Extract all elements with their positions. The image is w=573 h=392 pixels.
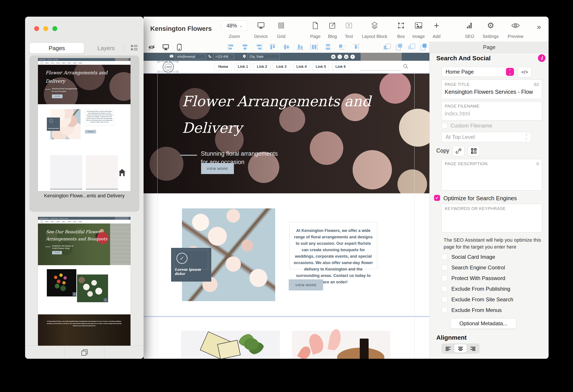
- align-right-icon[interactable]: [255, 44, 263, 50]
- keywords-field[interactable]: KEYWORDS OR KEYPHRASE: [441, 204, 542, 233]
- page-selector-dropdown[interactable]: Home Page ⌃⌃: [441, 67, 515, 77]
- whatsapp-icon[interactable]: w: [331, 54, 336, 59]
- site-search-input[interactable]: [361, 70, 401, 71]
- hero-view-more-button[interactable]: VIEW MORE: [201, 163, 234, 174]
- page-title-field[interactable]: PAGE TITLE 62 Kensington Flowers Service…: [441, 80, 542, 99]
- close-button[interactable]: [34, 26, 39, 31]
- mobile-icon[interactable]: [175, 43, 183, 51]
- gift-box-image[interactable]: [181, 331, 280, 359]
- site-location-field[interactable]: City, State: [248, 54, 280, 59]
- social-card-checkbox[interactable]: [441, 254, 448, 260]
- align-center-h-icon[interactable]: [241, 44, 249, 50]
- optimize-checkbox[interactable]: ✓: [434, 195, 440, 201]
- selection-handle[interactable]: [167, 61, 169, 63]
- copy-link-button[interactable]: [452, 146, 465, 156]
- align-top-icon[interactable]: [269, 44, 276, 50]
- lorem-card[interactable]: ✓ Lorem ipsum dolor: [171, 248, 211, 282]
- align-left-button[interactable]: [442, 344, 454, 353]
- nav-link-6[interactable]: Link 6: [332, 63, 349, 70]
- layout-block-icon[interactable]: [370, 21, 379, 30]
- preview-eye-icon[interactable]: [511, 21, 520, 30]
- nav-link-1[interactable]: Link 1: [234, 63, 251, 70]
- about-section[interactable]: ✓ Lorem ipsum dolor At Kensington Flower…: [143, 193, 430, 316]
- hero-title-line1[interactable]: Flower Arrangements and: [182, 93, 371, 110]
- tab-pages[interactable]: Pages: [30, 43, 84, 53]
- search-engine-control-checkbox[interactable]: [441, 265, 448, 271]
- bring-to-front-icon[interactable]: [420, 44, 427, 50]
- selected-page-group[interactable]: info@exampl+123 456City, State Home Link…: [29, 55, 139, 212]
- device-icon[interactable]: [256, 21, 266, 30]
- hero-section[interactable]: Flower Arrangements and Delivery Stunnin…: [143, 73, 430, 194]
- send-to-back-icon[interactable]: [408, 44, 415, 50]
- site-navbar[interactable]: LOGO Home Link 1 Link 2 Link 3 Link 4 Li…: [143, 61, 430, 74]
- page-icon[interactable]: [310, 21, 320, 30]
- nav-link-5[interactable]: Link 5: [313, 63, 329, 70]
- blog-icon[interactable]: [328, 21, 337, 30]
- remove-page-button[interactable]: [33, 346, 55, 359]
- page-caption[interactable]: Kensington Flowe...ents and Delivery: [29, 193, 139, 199]
- stepper-chevrons-icon[interactable]: ⌃⌃: [506, 68, 514, 76]
- site-phone-field[interactable]: +123 456: [213, 54, 234, 59]
- box-icon[interactable]: [396, 21, 406, 30]
- exclude-site-search-checkbox[interactable]: [441, 296, 448, 302]
- qr-code-button[interactable]: [468, 146, 480, 156]
- editor-canvas[interactable]: info@exampl +123 456 City, State w ♪ ◻ f…: [143, 41, 430, 359]
- zoom-button[interactable]: [52, 26, 57, 31]
- search-icon[interactable]: [403, 63, 409, 69]
- settings-gear-icon[interactable]: ⚙: [486, 21, 496, 30]
- duplicate-page-button[interactable]: [73, 346, 95, 359]
- list-view-icon[interactable]: [131, 45, 138, 51]
- align-center-button[interactable]: [454, 344, 467, 353]
- card-caption[interactable]: Lorem ipsum dolor: [175, 267, 211, 276]
- toolbar-overflow-chevrons[interactable]: »: [537, 22, 541, 31]
- page-thumbnail-2[interactable]: info@example.com +123 456 7890 City, Sta…: [38, 217, 130, 346]
- desktop-icon[interactable]: [162, 43, 170, 51]
- send-backward-icon[interactable]: [383, 44, 390, 50]
- nav-home[interactable]: Home: [214, 63, 232, 70]
- bring-forward-icon[interactable]: [395, 44, 403, 50]
- tiktok-icon[interactable]: ♪: [338, 54, 342, 59]
- nav-link-4[interactable]: Link 4: [293, 63, 310, 70]
- nav-link-3[interactable]: Link 3: [273, 63, 290, 70]
- align-bottom-icon[interactable]: [297, 44, 304, 50]
- zoom-dropdown[interactable]: 48% ⌄: [221, 21, 248, 31]
- push-right-icon[interactable]: [338, 44, 346, 50]
- page-title-value[interactable]: Kensington Flowers Services - Flow: [445, 89, 539, 95]
- exclude-publishing-checkbox[interactable]: [441, 286, 448, 292]
- instagram-icon[interactable]: ◻: [344, 54, 348, 59]
- distribute-v-icon[interactable]: [324, 44, 332, 50]
- hide-eye-icon[interactable]: [148, 43, 156, 51]
- exclude-menus-checkbox[interactable]: [441, 307, 448, 313]
- tab-layers[interactable]: Layers: [90, 43, 123, 53]
- optional-metadata-button[interactable]: Optional Metadata...: [450, 318, 516, 329]
- align-middle-v-icon[interactable]: [283, 44, 290, 50]
- level-dropdown[interactable]: At Top Level ⌃⌄: [441, 132, 531, 142]
- add-icon[interactable]: +: [432, 21, 441, 30]
- align-left-icon[interactable]: [228, 44, 235, 50]
- about-paragraph[interactable]: At Kensington Flowers, we offer a wide r…: [289, 222, 377, 269]
- minimize-button[interactable]: [43, 26, 48, 31]
- custom-filename-checkbox[interactable]: [441, 123, 448, 129]
- page-thumbnail-home[interactable]: info@exampl+123 456City, State Home Link…: [38, 58, 130, 191]
- protect-password-checkbox[interactable]: [441, 275, 448, 281]
- info-icon[interactable]: i: [538, 54, 545, 62]
- distribute-h-icon[interactable]: [310, 44, 318, 50]
- code-button[interactable]: </>: [518, 67, 532, 77]
- text-icon[interactable]: T: [344, 21, 354, 30]
- grid-icon[interactable]: [276, 21, 286, 30]
- site-logo[interactable]: LOGO: [162, 61, 174, 72]
- add-page-button[interactable]: [114, 346, 136, 359]
- selection-handle[interactable]: [167, 71, 169, 73]
- section-divider[interactable]: [143, 316, 430, 317]
- selected-box-element[interactable]: [361, 53, 402, 61]
- page-filename-field[interactable]: PAGE FILENAME index.html: [441, 101, 542, 120]
- page-description-field[interactable]: PAGE DESCRIPTION 0: [441, 159, 542, 190]
- about-view-more-button[interactable]: VIEW MORE: [289, 279, 323, 290]
- seo-icon[interactable]: [465, 21, 474, 30]
- site-email-field[interactable]: info@exampl: [175, 54, 206, 59]
- push-down-icon[interactable]: [354, 44, 361, 50]
- align-right-button[interactable]: [467, 344, 479, 353]
- facebook-icon[interactable]: f: [350, 54, 355, 59]
- hero-title-line2[interactable]: Delivery: [182, 120, 242, 136]
- site-topbar[interactable]: info@exampl +123 456 City, State w ♪ ◻ f: [143, 53, 430, 61]
